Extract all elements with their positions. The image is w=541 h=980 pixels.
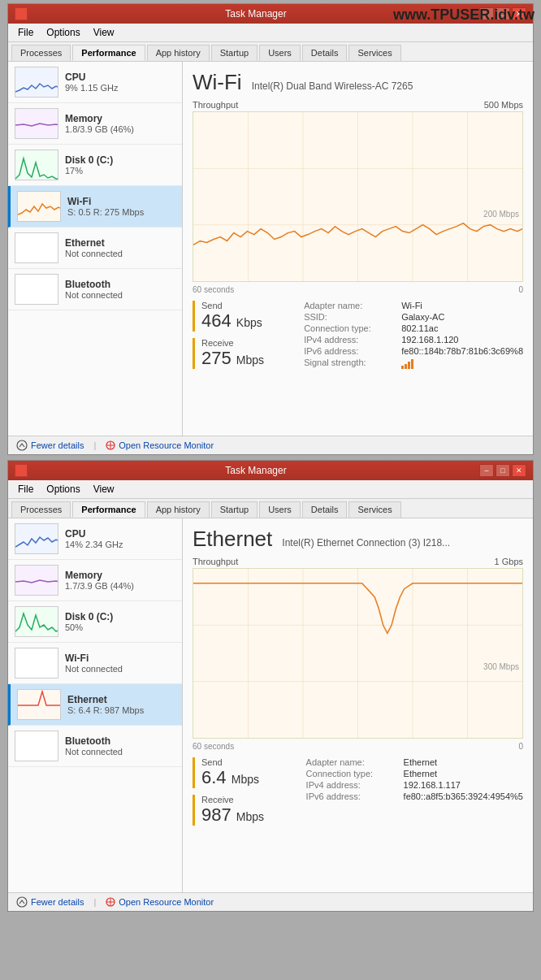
tab-apphistory-1[interactable]: App history: [147, 45, 210, 61]
adapter-info-2: Adapter name: Ethernet Connection type: …: [306, 757, 523, 826]
mem-thumb-2: [15, 565, 58, 596]
menu-options-2[interactable]: Options: [40, 482, 86, 497]
wifi-thumb-2: [15, 648, 58, 679]
menu-view-1[interactable]: View: [87, 25, 121, 40]
sidebar-cpu-name-1: CPU: [65, 72, 175, 83]
ssid-val-1: Galaxy-AC: [401, 312, 444, 322]
recv-value-2: 987 Mbps: [201, 804, 293, 826]
sidebar-mem-2[interactable]: Memory 1.7/3.9 GB (44%): [8, 560, 182, 601]
bt-thumb-2: [15, 731, 58, 761]
tab-startup-2[interactable]: Startup: [211, 501, 258, 518]
sidebar-eth-val-2: S: 6.4 R: 987 Mbps: [67, 705, 175, 715]
stats-row-2: Send 6.4 Mbps Receive 987 Mbps: [193, 757, 523, 826]
sidebar-bt-1[interactable]: Bluetooth Not connected: [8, 269, 182, 310]
conn-type-key-2: Connection type:: [306, 769, 404, 778]
tab-details-2[interactable]: Details: [302, 501, 348, 518]
tabs-1: Processes Performance App history Startu…: [8, 42, 533, 62]
signal-key-1: Signal strength:: [304, 358, 401, 371]
content-1: CPU 9% 1.15 GHz Memory 1.8/3.9 GB (46: [8, 62, 533, 436]
menu-view-2[interactable]: View: [87, 482, 121, 497]
menu-file-1[interactable]: File: [11, 25, 40, 40]
svg-rect-21: [15, 648, 58, 679]
tab-services-1[interactable]: Services: [348, 45, 400, 61]
tab-details-1[interactable]: Details: [302, 45, 348, 61]
svg-rect-20: [15, 607, 58, 637]
tab-startup-1[interactable]: Startup: [211, 45, 258, 61]
panel-title-1: Wi-Fi: [193, 70, 242, 95]
eth-thumb-2: [17, 689, 61, 720]
main-panel-2: Ethernet Intel(R) Ethernet Connection (3…: [183, 518, 533, 892]
sidebar-disk-2[interactable]: Disk 0 (C:) 50%: [8, 601, 182, 643]
sidebar-wifi-val-1: S: 0.5 R: 275 Mbps: [67, 207, 175, 217]
sidebar-wifi-2[interactable]: Wi-Fi Not connected: [8, 643, 182, 684]
ipv6-val-2: fe80::a8f5:b365:3924:4954%5: [404, 791, 523, 801]
tab-processes-1[interactable]: Processes: [11, 45, 71, 61]
open-monitor-btn-1[interactable]: Open Resource Monitor: [106, 440, 214, 450]
restore-btn-2[interactable]: □: [496, 464, 510, 477]
up-arrow-icon-1: [16, 440, 28, 451]
sidebar-eth-name-2: Ethernet: [67, 694, 175, 705]
footer-1: Fewer details | Open Resource Monitor: [8, 436, 533, 454]
sidebar-bt-2[interactable]: Bluetooth Not connected: [8, 726, 182, 767]
tab-users-1[interactable]: Users: [259, 45, 301, 61]
sidebar-eth-2[interactable]: Ethernet S: 6.4 R: 987 Mbps: [8, 684, 182, 726]
recv-label-2: Receive: [201, 795, 293, 804]
ipv6-key-1: IPv6 address:: [304, 346, 401, 356]
ipv4-key-2: IPv4 address:: [306, 780, 404, 790]
svg-rect-0: [15, 67, 58, 98]
menu-bar-1: File Options View: [8, 24, 533, 42]
tab-processes-2[interactable]: Processes: [11, 501, 71, 518]
up-arrow-icon-2: [16, 896, 28, 908]
adapter-name-key-2: Adapter name:: [306, 757, 404, 767]
footer-2: Fewer details | Open Resource Monitor: [8, 892, 533, 911]
send-value-1: 464 Kbps: [201, 310, 291, 332]
svg-rect-18: [15, 524, 58, 554]
fewer-details-btn-2[interactable]: Fewer details: [16, 896, 84, 908]
recv-block-2: Receive 987 Mbps: [193, 795, 293, 826]
sidebar-mem-val-2: 1.7/3.9 GB (44%): [65, 581, 175, 591]
sidebar-disk-1[interactable]: Disk 0 (C:) 17%: [8, 145, 182, 186]
tab-users-2[interactable]: Users: [259, 501, 301, 518]
send-block-2: Send 6.4 Mbps: [193, 757, 293, 788]
chart-time-2: 60 seconds 0: [193, 742, 523, 751]
ipv4-val-2: 192.168.1.117: [404, 780, 461, 790]
panel-header-1: Wi-Fi Intel(R) Dual Band Wireless-AC 726…: [193, 70, 523, 95]
open-monitor-btn-2[interactable]: Open Resource Monitor: [106, 897, 214, 907]
sidebar-mem-1[interactable]: Memory 1.8/3.9 GB (46%): [8, 103, 182, 145]
svg-rect-3: [18, 192, 61, 222]
ipv6-val-1: fe80::184b:78b7:81b6:3c69%8: [401, 346, 523, 356]
tab-performance-2[interactable]: Performance: [72, 501, 145, 518]
sidebar-eth-val-1: Not connected: [65, 249, 175, 258]
sidebar-cpu-val-1: 9% 1.15 GHz: [65, 83, 175, 93]
sidebar-wifi-name-1: Wi-Fi: [67, 196, 175, 207]
sidebar-eth-1[interactable]: Ethernet Not connected: [8, 228, 182, 269]
disk-thumb-1: [15, 150, 58, 180]
fewer-details-btn-1[interactable]: Fewer details: [16, 440, 84, 451]
sidebar-2: CPU 14% 2.34 GHz Memory 1.7/3.9 GB (44%): [8, 518, 183, 892]
sidebar-cpu-name-2: CPU: [65, 528, 175, 540]
svg-rect-5: [15, 275, 58, 305]
sidebar-cpu-1[interactable]: CPU 9% 1.15 GHz: [8, 62, 182, 103]
close-btn-2[interactable]: ✕: [512, 464, 526, 477]
stats-row-1: Send 464 Kbps Receive 275 Mbps: [193, 301, 523, 372]
sidebar-cpu-2[interactable]: CPU 14% 2.34 GHz: [8, 518, 182, 560]
menu-options-1[interactable]: Options: [40, 25, 86, 40]
sidebar-wifi-1[interactable]: Wi-Fi S: 0.5 R: 275 Mbps: [8, 186, 182, 228]
monitor-icon-1: [106, 440, 115, 450]
svg-rect-4: [15, 233, 58, 263]
tab-services-2[interactable]: Services: [348, 501, 400, 518]
content-2: CPU 14% 2.34 GHz Memory 1.7/3.9 GB (44%): [8, 518, 533, 892]
throughput-label-2: Throughput 1 Gbps: [193, 557, 523, 566]
sidebar-wifi-name-2: Wi-Fi: [65, 653, 175, 664]
panel-title-2: Ethernet: [193, 527, 272, 552]
minimize-btn-2[interactable]: –: [479, 464, 494, 477]
tab-apphistory-2[interactable]: App history: [147, 501, 210, 518]
conn-type-key-1: Connection type:: [304, 323, 401, 333]
tab-performance-1[interactable]: Performance: [72, 45, 145, 61]
menu-file-2[interactable]: File: [11, 482, 40, 497]
ipv4-key-1: IPv4 address:: [304, 335, 401, 345]
cpu-thumb-1: [15, 67, 58, 98]
ipv6-key-2: IPv6 address:: [306, 791, 404, 801]
throughput-label-1: Throughput 500 Mbps: [193, 100, 523, 110]
recv-block-1: Receive 275 Mbps: [193, 338, 291, 369]
